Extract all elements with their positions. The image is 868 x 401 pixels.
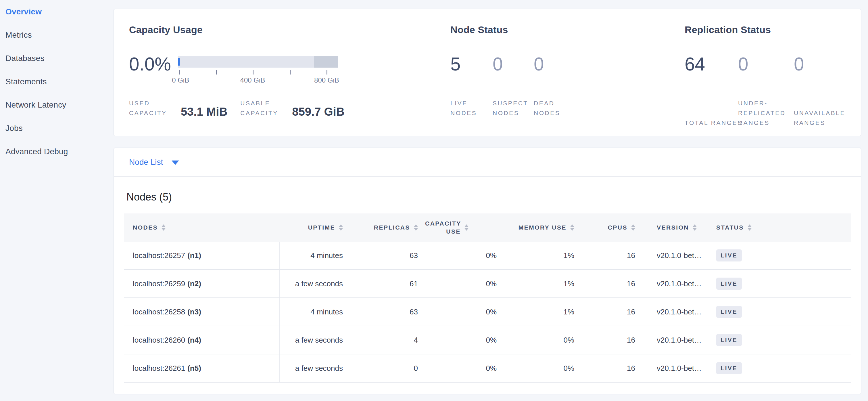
dead-nodes-label: DEAD NODES <box>534 98 571 118</box>
column-header-capacity-use-label: CAPACITY USE <box>425 220 461 236</box>
memory-use-cell: 1% <box>504 308 582 316</box>
node-address-cell[interactable]: localhost:26261(n5) <box>124 354 280 382</box>
sidebar: Overview Metrics Databases Statements Ne… <box>0 0 114 163</box>
column-header-cpus[interactable]: CPUS <box>582 224 642 231</box>
capacity-used-percent: 0.0% <box>129 54 171 75</box>
node-id: (n3) <box>187 308 201 316</box>
suspect-nodes-count: 0 <box>493 54 534 75</box>
memory-use-cell: 1% <box>504 279 582 288</box>
memory-use-cell: 0% <box>504 336 582 345</box>
capacity-gauge-reserved-segment <box>314 56 338 67</box>
column-header-uptime-label: UPTIME <box>308 224 335 231</box>
dead-nodes-count: 0 <box>534 54 591 75</box>
status-cell: LIVE <box>709 362 851 374</box>
node-status-section: Node Status 5 0 0 LIVE NODES SUSPECT NOD… <box>451 24 675 118</box>
total-ranges-label: TOTAL RANGES <box>685 118 744 128</box>
uptime-cell: a few seconds <box>280 336 350 345</box>
usable-capacity-metric: USABLE CAPACITY 859.7 GiB <box>240 98 344 118</box>
nodes-table-title: Nodes (5) <box>126 191 861 203</box>
column-header-replicas-label: REPLICAS <box>374 224 410 231</box>
replication-status-title: Replication Status <box>685 24 857 36</box>
cpus-cell: 16 <box>582 364 642 373</box>
status-cell: LIVE <box>709 306 851 318</box>
column-header-nodes-label: NODES <box>133 224 158 231</box>
table-row: localhost:26257(n1) 4 minutes 63 0% 1% 1… <box>124 241 851 270</box>
suspect-nodes-label: SUSPECT NODES <box>493 98 530 118</box>
node-address-cell[interactable]: localhost:26258(n3) <box>124 298 280 326</box>
column-header-memory-use-label: MEMORY USE <box>519 224 566 231</box>
node-address-cell[interactable]: localhost:26260(n4) <box>124 326 280 354</box>
sidebar-item-metrics[interactable]: Metrics <box>0 23 114 47</box>
column-header-capacity-use[interactable]: CAPACITY USE <box>425 220 504 236</box>
version-cell: v20.1.0-bet… <box>642 364 709 373</box>
sidebar-item-overview[interactable]: Overview <box>0 0 114 23</box>
under-replicated-ranges-label: UNDER-REPLICATED RANGES <box>738 98 797 128</box>
table-row: localhost:26258(n3) 4 minutes 63 0% 1% 1… <box>124 298 851 326</box>
status-cell: LIVE <box>709 278 851 290</box>
node-address-cell[interactable]: localhost:26259(n2) <box>124 270 280 297</box>
node-list-card: Node List Nodes (5) NODES UPTIME REPLICA… <box>114 148 861 394</box>
cpus-cell: 16 <box>582 251 642 260</box>
live-nodes-label: LIVE NODES <box>451 98 488 118</box>
memory-use-cell: 1% <box>504 251 582 260</box>
column-header-replicas[interactable]: REPLICAS <box>350 224 425 231</box>
node-list-view-selector[interactable]: Node List <box>114 148 861 177</box>
uptime-cell: a few seconds <box>280 364 350 373</box>
node-list-selector-label: Node List <box>129 157 163 167</box>
replicas-cell: 63 <box>350 251 425 260</box>
capacity-use-cell: 0% <box>425 336 504 345</box>
used-capacity-metric: USED CAPACITY 53.1 MiB <box>129 98 227 118</box>
cpus-cell: 16 <box>582 336 642 345</box>
gauge-tick-label-800: 800 GiB <box>314 76 339 84</box>
version-cell: v20.1.0-bet… <box>642 251 709 260</box>
sidebar-item-advanced-debug[interactable]: Advanced Debug <box>0 140 114 163</box>
cluster-summary-card: Capacity Usage 0.0% <box>114 9 861 136</box>
cpus-cell: 16 <box>582 308 642 316</box>
used-capacity-value: 53.1 MiB <box>181 106 227 118</box>
table-row: localhost:26261(n5) a few seconds 0 0% 0… <box>124 354 851 382</box>
node-status-title: Node Status <box>451 24 675 36</box>
capacity-gauge: 0 GiB 400 GiB 800 GiB <box>178 56 338 85</box>
node-id: (n5) <box>187 364 201 373</box>
replicas-cell: 0 <box>350 364 425 373</box>
gauge-tick-label-0: 0 GiB <box>172 76 189 84</box>
capacity-usage-section: Capacity Usage 0.0% <box>129 24 445 118</box>
sort-icon <box>748 224 752 231</box>
column-header-nodes[interactable]: NODES <box>124 224 280 231</box>
sort-icon <box>631 224 635 231</box>
usable-capacity-value: 859.7 GiB <box>292 106 344 118</box>
sidebar-item-databases[interactable]: Databases <box>0 47 114 70</box>
sidebar-item-jobs[interactable]: Jobs <box>0 116 114 140</box>
version-cell: v20.1.0-bet… <box>642 308 709 316</box>
column-header-uptime[interactable]: UPTIME <box>280 224 350 231</box>
column-header-status-label: STATUS <box>716 224 744 231</box>
nodes-table: NODES UPTIME REPLICAS CAPACITY USE MEMOR… <box>124 213 851 382</box>
sort-icon <box>414 224 418 231</box>
capacity-use-cell: 0% <box>425 251 504 260</box>
node-address-cell[interactable]: localhost:26257(n1) <box>124 241 280 269</box>
chevron-down-icon <box>172 161 179 165</box>
version-cell: v20.1.0-bet… <box>642 336 709 345</box>
capacity-gauge-bar <box>178 56 338 67</box>
under-replicated-ranges-count: 0 <box>738 54 794 75</box>
sort-icon <box>339 224 343 231</box>
capacity-gauge-axis <box>178 70 338 75</box>
column-header-status[interactable]: STATUS <box>709 224 851 231</box>
uptime-cell: 4 minutes <box>280 251 350 260</box>
table-row: localhost:26259(n2) a few seconds 61 0% … <box>124 270 851 298</box>
column-header-version-label: VERSION <box>657 224 689 231</box>
status-badge: LIVE <box>716 306 742 318</box>
column-header-memory-use[interactable]: MEMORY USE <box>504 224 582 231</box>
sidebar-item-network-latency[interactable]: Network Latency <box>0 93 114 116</box>
usable-capacity-label: USABLE CAPACITY <box>240 98 288 118</box>
replicas-cell: 4 <box>350 336 425 345</box>
capacity-use-cell: 0% <box>425 279 504 288</box>
used-capacity-label: USED CAPACITY <box>129 98 177 118</box>
sidebar-item-statements[interactable]: Statements <box>0 70 114 93</box>
unavailable-ranges-label: UNAVAILABLE RANGES <box>794 108 853 128</box>
status-badge: LIVE <box>716 362 742 374</box>
capacity-use-cell: 0% <box>425 308 504 316</box>
node-id: (n4) <box>187 336 201 345</box>
node-address: localhost:26258 <box>133 308 185 316</box>
column-header-version[interactable]: VERSION <box>642 224 709 231</box>
